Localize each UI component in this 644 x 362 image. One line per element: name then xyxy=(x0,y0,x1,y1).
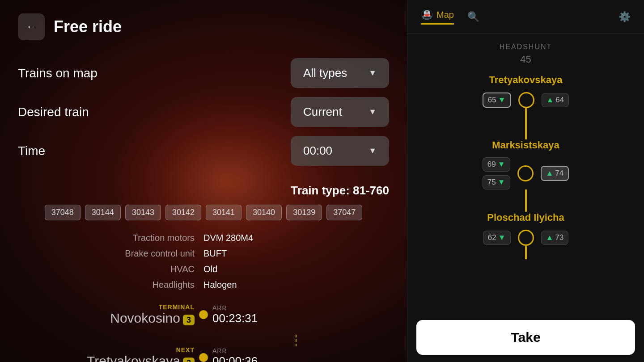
station-marksistskaya-area: Marksistskaya 69 ▼ 75 ▼ ▲ 74 xyxy=(407,139,644,189)
map-icon: 🚇 xyxy=(421,9,433,21)
station-tretyakovskaya-circle xyxy=(518,92,534,108)
train-info: Train type: 81-760 370483014430143301423… xyxy=(0,184,407,290)
chevron-down-icon: ▼ xyxy=(369,68,377,78)
map-content: HEADSHUNT 45 Tretyakovskaya 65 ▼ ▲ 64 xyxy=(407,34,644,313)
car-badge: 30141 xyxy=(206,205,242,220)
station-marksistskaya-circle xyxy=(517,165,534,181)
track-segment-3 xyxy=(407,246,644,259)
arrow-down-icon: ▼ xyxy=(498,178,505,187)
arr-label: ARR xyxy=(212,304,389,311)
arrow-down-icon: ▼ xyxy=(498,233,506,242)
station-marksistskaya-name: Marksistskaya xyxy=(492,139,559,151)
time-row: Time 00:00 ▼ xyxy=(18,136,389,166)
back-button[interactable]: ← xyxy=(18,13,45,40)
arrow-up-icon: ▲ xyxy=(546,233,554,242)
take-button-area: Take xyxy=(407,313,644,362)
car-badge: 30140 xyxy=(246,205,282,220)
desired-train-dropdown[interactable]: Current ▼ xyxy=(291,97,389,127)
desired-train-value: Current xyxy=(303,105,342,119)
station-tretyakovskaya-name: Tretyakovskaya xyxy=(489,74,563,86)
schedule-section: TERMINAL Novokosino3 ARR 00:23:31 NEXT T… xyxy=(0,303,407,362)
trains-on-map-label: Trains on map xyxy=(18,66,97,80)
search-button[interactable]: 🔍 xyxy=(467,11,479,23)
page-title: Free ride xyxy=(54,17,122,36)
arrow-up-icon: ▲ xyxy=(547,96,554,105)
car-numbers: 3704830144301433014230141301403013937047 xyxy=(18,205,389,220)
track-line-1 xyxy=(525,108,527,139)
schedule-dot xyxy=(199,310,208,319)
chevron-down-icon: ▼ xyxy=(369,107,377,117)
trains-on-map-dropdown[interactable]: All types ▼ xyxy=(291,58,389,88)
time-dropdown[interactable]: 00:00 ▼ xyxy=(291,136,389,166)
schedule-type-label: TERMINAL xyxy=(18,303,195,311)
car-badge: 37048 xyxy=(45,205,80,220)
train-type-label: Train type: 81-760 xyxy=(18,184,389,198)
train-73-num: 73 xyxy=(555,233,564,242)
car-badge: 30139 xyxy=(286,205,322,220)
train-75-indicator[interactable]: 75 ▼ xyxy=(483,175,510,189)
back-icon: ← xyxy=(26,21,36,33)
schedule-meta: NEXT Tretyakovskaya2 xyxy=(18,346,195,362)
train-74-indicator[interactable]: ▲ 74 xyxy=(541,166,569,181)
train-65-indicator[interactable]: 65 ▼ xyxy=(483,93,511,108)
arrow-down-icon: ▼ xyxy=(498,160,505,169)
schedule-arr: ARR 00:00:36 xyxy=(212,347,389,362)
schedule-dashed-line xyxy=(296,335,297,346)
right-panel: 🚇 Map 🔍 ⚙️ HEADSHUNT 45 Tretyakovskaya 6… xyxy=(407,0,644,362)
desired-train-row: Desired train Current ▼ xyxy=(18,97,389,127)
specs-grid: Traction motorsDVM 280M4Brake control un… xyxy=(18,233,389,290)
schedule-station-name: Tretyakovskaya2 xyxy=(18,354,195,362)
schedule-station-name: Novokosino3 xyxy=(18,311,195,326)
car-badge: 30142 xyxy=(165,205,201,220)
left-panel: ← Free ride Trains on map All types ▼ De… xyxy=(0,0,407,362)
schedule-arr: ARR 00:23:31 xyxy=(212,304,389,325)
settings-button[interactable]: ⚙️ xyxy=(619,11,631,23)
gear-icon: ⚙️ xyxy=(619,11,631,22)
spec-label: Brake control unit xyxy=(54,248,203,259)
nav-tabs: 🚇 Map 🔍 xyxy=(421,9,479,25)
train-62-num: 62 xyxy=(488,233,496,242)
train-73-indicator[interactable]: ▲ 73 xyxy=(541,231,569,245)
take-button[interactable]: Take xyxy=(416,320,635,355)
train-69-num: 69 xyxy=(487,160,496,169)
spec-label: Headlights xyxy=(54,280,203,290)
time-value: 00:00 xyxy=(303,144,332,158)
arr-time: 00:23:31 xyxy=(212,311,389,325)
tab-map-label: Map xyxy=(436,10,454,20)
settings-rows: Trains on map All types ▼ Desired train … xyxy=(0,54,407,179)
train-69-indicator[interactable]: 69 ▼ xyxy=(483,157,510,172)
search-icon: 🔍 xyxy=(467,11,479,22)
arr-label: ARR xyxy=(212,347,389,354)
tab-map[interactable]: 🚇 Map xyxy=(421,9,454,25)
nav-bar: 🚇 Map 🔍 ⚙️ xyxy=(407,0,644,34)
station-badge: 3 xyxy=(183,315,195,325)
station-ploschad-circle xyxy=(518,230,534,246)
train-74-num: 74 xyxy=(555,169,564,178)
spec-value: Halogen xyxy=(203,280,353,290)
arr-time: 00:00:36 xyxy=(212,354,389,362)
track-segment-2 xyxy=(407,189,644,212)
arrow-up-icon: ▲ xyxy=(546,169,554,178)
schedule-item: TERMINAL Novokosino3 ARR 00:23:31 xyxy=(18,303,389,326)
trains-on-map-value: All types xyxy=(303,66,347,80)
car-badge: 30144 xyxy=(85,205,121,220)
spec-value: Old xyxy=(203,264,353,274)
train-65-num: 65 xyxy=(488,96,496,105)
train-64-num: 64 xyxy=(555,96,564,105)
headshunt-label: HEADSHUNT xyxy=(407,43,644,51)
car-badge: 30143 xyxy=(125,205,161,220)
schedule-meta: TERMINAL Novokosino3 xyxy=(18,303,195,326)
desired-train-label: Desired train xyxy=(18,105,89,119)
train-75-num: 75 xyxy=(487,178,496,187)
spec-value: BUFT xyxy=(203,248,353,259)
schedule-dot xyxy=(199,353,208,362)
chevron-down-icon: ▼ xyxy=(369,146,377,156)
track-line-3 xyxy=(525,246,527,259)
station-ploschad-name: Ploschad Ilyicha xyxy=(487,212,564,223)
station-badge: 2 xyxy=(183,358,195,362)
train-62-indicator[interactable]: 62 ▼ xyxy=(483,231,511,245)
time-label: Time xyxy=(18,144,45,158)
header: ← Free ride xyxy=(0,0,407,54)
spec-label: HVAC xyxy=(54,264,203,274)
train-64-indicator[interactable]: ▲ 64 xyxy=(542,93,569,107)
